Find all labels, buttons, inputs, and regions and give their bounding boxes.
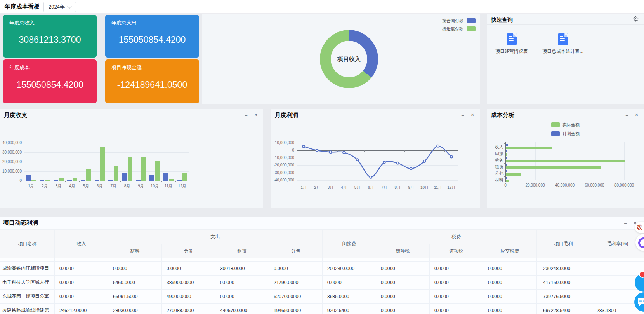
table-title: 项目动态利润 <box>3 219 38 227</box>
x-axis-tick-label: 10月 <box>148 183 161 189</box>
x-axis-tick-label: 3月 <box>52 183 66 189</box>
bar-支出-7月 <box>114 166 118 181</box>
y-axis-tick-label: 10,000,000 <box>0 169 22 173</box>
quick-query-item-label: 项目总成本统计表... <box>542 48 583 55</box>
bar-支出-2月 <box>45 180 50 181</box>
spacer-cell <box>430 258 483 262</box>
gear-icon[interactable] <box>633 16 639 22</box>
project-dynamic-profit-panel: 项目动态利润 — ≡ × 项目名称 收入 支出 间接费 税费 项目毛利 毛利率(… <box>0 217 644 314</box>
x-axis-tick-label: 9月 <box>134 183 148 189</box>
cell-income: 0.0000 <box>55 290 108 304</box>
legend-swatch <box>467 18 476 23</box>
x-axis-tick <box>418 150 418 152</box>
cell-payable_tax: 0.0000 <box>483 304 537 314</box>
project-income-donut-chart[interactable]: 项目收入 <box>320 30 378 88</box>
cell-indirect: 9202.5400 <box>323 304 376 314</box>
bar-收入-8月 <box>122 173 127 181</box>
monthly-profit-chart[interactable]: 10,000,0000-10,000,000-20,000,000-30,000… <box>271 109 480 208</box>
y-axis-tick-label: 30,000,000 <box>0 150 22 154</box>
x-axis-tick <box>324 150 324 152</box>
y-axis-tick-label: 20,000,000 <box>0 160 22 164</box>
spacer-cell <box>108 258 162 262</box>
minimize-icon[interactable]: — <box>613 220 618 226</box>
x-axis-tick <box>391 150 391 152</box>
quick-query-item-label: 项目经营情况表 <box>495 48 528 55</box>
y-axis-tick-label: -10,000,000 <box>274 155 294 160</box>
kpi-value: 155050854.4200 <box>3 80 97 90</box>
x-axis-tick-label: 3月 <box>323 185 337 190</box>
category-label: 间接 <box>487 151 503 157</box>
x-axis-tick-label: 8月 <box>120 183 134 189</box>
cell-labor: 49000.0000 <box>162 290 215 304</box>
x-axis-tick-label: 20,000,000 <box>519 183 552 187</box>
x-axis-tick <box>38 181 38 182</box>
bar-收入-4月 <box>67 180 72 181</box>
quick-query-item-project-operation-report[interactable]: 项目经营情况表 <box>488 33 536 55</box>
edit-handle-button[interactable]: 改 <box>635 222 644 233</box>
y-axis-tick-label: 0 <box>0 178 22 183</box>
x-axis-tick <box>311 150 311 152</box>
x-axis-tick-label: 1月 <box>297 185 311 190</box>
table-row[interactable]: 电子科技大学区域人行0.00005460.0000389900.00000.00… <box>0 276 644 290</box>
cell-rent: 30018.0000 <box>215 262 269 276</box>
x-axis-tick <box>79 181 80 182</box>
cell-gross_profit: -230248.0000 <box>537 262 590 276</box>
bar-收入-10月 <box>149 175 154 181</box>
table-row[interactable]: 东城花园一期项目公寓0.000066091.500049000.00000.00… <box>0 290 644 304</box>
x-axis-tick <box>337 150 338 152</box>
cost-analysis-chart[interactable]: 020,000,00040,000,00060,000,00080,000,00… <box>487 109 644 208</box>
monthly-income-expense-panel: 月度收支 — ≡ × 010,000,00020,000,00030,000,0… <box>0 109 263 208</box>
cell-subcontract: 620700.0000 <box>269 290 323 304</box>
top-bar: 年度成本看板 2024年 <box>0 0 644 14</box>
x-axis-tick-label: 7月 <box>377 185 391 190</box>
x-axis-tick <box>404 150 405 152</box>
x-axis-tick <box>189 181 189 182</box>
x-axis-tick <box>351 150 351 152</box>
legend-item-0[interactable]: 按合同付款 <box>442 18 476 23</box>
x-axis-tick <box>378 150 378 152</box>
y-axis-tick <box>504 181 505 181</box>
col-header-labor: 劳务 <box>162 244 215 258</box>
x-axis-tick <box>93 181 93 182</box>
kpi-label: 年度总收入 <box>9 19 35 26</box>
spacer-cell <box>269 258 323 262</box>
cell-income: 246212.0000 <box>55 304 108 314</box>
year-select[interactable]: 2024年 <box>43 2 76 12</box>
category-label: 收入 <box>487 144 503 150</box>
document-icon <box>507 33 517 45</box>
cell-gross_profit: -739776.5000 <box>537 290 590 304</box>
cell-rent: 440570.0000 <box>215 304 269 314</box>
col-header-subcontract: 分包 <box>269 244 323 258</box>
table-row[interactable]: 成渝高铁内江标段项目0.00000.00000.000030018.00000.… <box>0 262 644 276</box>
cell-material: 0.0000 <box>108 262 162 276</box>
bar-实际金额-分包 <box>506 173 521 176</box>
x-axis-tick-label: 80,000,000 <box>608 183 641 187</box>
cell-name: 改建铁路成渝线增建第 <box>0 304 55 314</box>
bar-实际金额-劳务 <box>506 160 625 162</box>
cell-material: 5460.0000 <box>108 276 162 290</box>
x-axis-tick <box>175 181 176 182</box>
quick-query-title: 快速查询 <box>491 17 513 24</box>
project-income-panel: 按合同付款按进度付款 项目收入 <box>202 14 480 104</box>
bar-计划金额-收入 <box>506 144 508 146</box>
cell-margin <box>590 262 644 276</box>
bar-计划金额-材料 <box>506 177 507 179</box>
cell-labor: 389900.0000 <box>162 276 215 290</box>
legend-swatch <box>467 26 476 31</box>
cell-name: 东城花园一期项目公寓 <box>0 290 55 304</box>
quick-query-item-project-total-cost-report[interactable]: 项目总成本统计表... <box>539 33 587 55</box>
bar-收入-3月 <box>54 180 58 181</box>
x-axis-tick <box>120 181 121 182</box>
table-row[interactable]: 改建铁路成渝线增建第246212.000028930.0000270088.00… <box>0 304 644 314</box>
bar-支出-10月 <box>155 161 160 181</box>
x-axis-tick-label: 12月 <box>444 185 458 190</box>
table-spacer-row <box>0 258 644 262</box>
col-header-income: 收入 <box>55 230 108 258</box>
menu-icon[interactable]: ≡ <box>623 220 628 226</box>
bar-收入-9月 <box>136 180 141 181</box>
legend-item-1[interactable]: 按进度付款 <box>442 26 476 31</box>
bar-收入-6月 <box>95 180 99 181</box>
kpi-label: 项目净现金流 <box>111 64 142 71</box>
cell-payable_tax: 0.0000 <box>483 276 537 290</box>
monthly-income-expense-chart[interactable]: 010,000,00020,000,00030,000,00040,000,00… <box>0 109 263 208</box>
